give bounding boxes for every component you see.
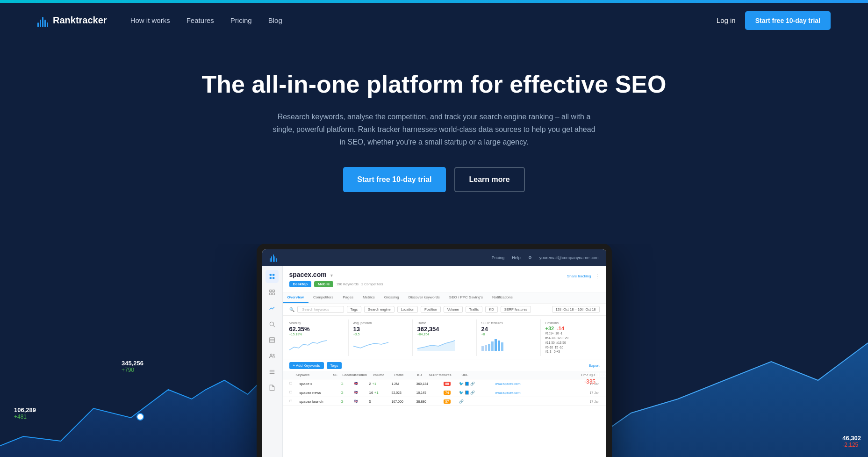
col-position: Position bbox=[354, 373, 373, 377]
svg-rect-26 bbox=[495, 339, 497, 351]
positions-values: +32 -14 bbox=[545, 326, 600, 331]
keywords-table-header: Keyword SE Location Position Volume Traf… bbox=[283, 371, 606, 379]
col-traffic: Traffic bbox=[394, 373, 417, 377]
dash-user-email[interactable]: youremail@companyname.com bbox=[539, 255, 599, 260]
row-checkbox-2[interactable]: ☐ bbox=[289, 391, 296, 394]
filter-search-engine[interactable]: Search engine bbox=[364, 306, 394, 313]
metric-serp-label: SERP features bbox=[481, 321, 536, 325]
data-label-far-right: 46,302 -2,125 bbox=[842, 435, 861, 448]
start-trial-button-nav[interactable]: Start free 10-day trial bbox=[745, 11, 831, 30]
filter-tags[interactable]: Tags bbox=[347, 306, 362, 313]
metric-traffic-label: Traffic bbox=[417, 321, 472, 325]
sidebar-icon-grid[interactable] bbox=[265, 286, 279, 299]
tab-metrics[interactable]: Metrics bbox=[358, 292, 380, 303]
col-se: SE bbox=[333, 373, 343, 377]
sidebar-icon-table[interactable] bbox=[265, 334, 279, 347]
nav-link-features[interactable]: Features bbox=[187, 16, 214, 24]
logo[interactable]: Ranktracker bbox=[37, 14, 107, 27]
volume-1: 1.2M bbox=[392, 382, 413, 385]
keyword-search[interactable]: Search keywords bbox=[297, 306, 344, 313]
dashboard-header: spacex.com ▾ Share tracking ⋮ Desktop bbox=[283, 266, 606, 292]
tab-discover-keywords[interactable]: Discover keywords bbox=[404, 292, 445, 303]
date-range[interactable]: 12th Oct 18 – 16th Oct 18 bbox=[552, 306, 600, 313]
url-2[interactable]: www.spacex.com bbox=[495, 391, 586, 394]
metrics-row: Visibility 62.35% +15.13% bbox=[283, 316, 606, 360]
svg-rect-27 bbox=[498, 341, 500, 351]
svg-rect-8 bbox=[270, 290, 272, 292]
positions-up: +32 bbox=[545, 326, 554, 331]
dashboard-domain[interactable]: spacex.com ▾ bbox=[289, 271, 333, 278]
filter-volume[interactable]: Volume bbox=[444, 306, 463, 313]
svg-rect-11 bbox=[273, 293, 274, 295]
laptop-container: Pricing Help ⚙ youremail@companyname.com bbox=[257, 244, 612, 457]
start-trial-button-hero[interactable]: Start free 10-day trial bbox=[343, 167, 445, 192]
tab-seo-ppc[interactable]: SEO / PPC Saving's bbox=[445, 292, 488, 303]
tab-grossing[interactable]: Grossing bbox=[380, 292, 404, 303]
filter-traffic[interactable]: Traffic bbox=[466, 306, 482, 313]
serp-icons-3: 🔗 bbox=[459, 399, 492, 404]
more-options-icon[interactable]: ⋮ bbox=[595, 274, 600, 279]
dashboard-header-top: spacex.com ▾ Share tracking ⋮ bbox=[289, 271, 600, 281]
nav-right: Log in Start free 10-day trial bbox=[717, 11, 831, 30]
traffic-chart bbox=[417, 337, 472, 351]
sidebar-icon-chart[interactable] bbox=[265, 302, 279, 315]
row-checkbox-3[interactable]: ☐ bbox=[289, 399, 296, 403]
svg-rect-4 bbox=[270, 274, 272, 276]
nav-link-blog[interactable]: Blog bbox=[268, 16, 282, 24]
tab-competitors[interactable]: Competitors bbox=[308, 292, 338, 303]
dashboard-nav-right: Pricing Help ⚙ youremail@companyname.com bbox=[492, 255, 599, 260]
dash-help[interactable]: Help bbox=[512, 255, 521, 260]
tab-overview[interactable]: Overview bbox=[283, 292, 309, 303]
logo-text: Ranktracker bbox=[53, 15, 107, 26]
tab-desktop[interactable]: Desktop bbox=[289, 281, 312, 287]
keyword-3: spacex launch bbox=[300, 399, 337, 404]
filter-kd[interactable]: KD bbox=[485, 306, 497, 313]
sidebar-icon-users[interactable] bbox=[265, 349, 279, 363]
keyword-row-3[interactable]: ☐ spacex launch G 🇬🇧 5 167,000 38,880 57 bbox=[283, 397, 606, 406]
filter-location[interactable]: Location bbox=[397, 306, 418, 313]
metric-serp-features: SERP features 24 +8 bbox=[481, 319, 536, 356]
tab-pages[interactable]: Pages bbox=[338, 292, 358, 303]
svg-rect-23 bbox=[485, 345, 487, 351]
traffic-2: 10,145 bbox=[416, 391, 440, 394]
position-1: 2 +1 bbox=[369, 382, 388, 386]
dash-user-icon: ⚙ bbox=[528, 255, 532, 260]
sidebar-icon-search[interactable] bbox=[265, 318, 279, 331]
sidebar-icon-home[interactable] bbox=[265, 270, 279, 283]
tab-notifications[interactable]: Notifications bbox=[488, 292, 517, 303]
hero-section: The all-in-one platform for effective SE… bbox=[0, 38, 868, 244]
data-label-right: 248,302 -335 bbox=[584, 371, 606, 385]
keywords-actions: + Add Keywords Tags Export bbox=[283, 360, 606, 371]
learn-more-button[interactable]: Learn more bbox=[454, 167, 525, 192]
filter-position[interactable]: Position bbox=[421, 306, 441, 313]
data-label-far-left: 106,289 +481 bbox=[14, 406, 36, 420]
visibility-chart bbox=[289, 337, 344, 351]
volume-2: 52,023 bbox=[392, 391, 413, 394]
login-button[interactable]: Log in bbox=[717, 16, 736, 24]
share-tracking-link[interactable]: Share tracking bbox=[567, 274, 591, 278]
hero-buttons: Start free 10-day trial Learn more bbox=[9, 167, 859, 192]
dash-pricing[interactable]: Pricing bbox=[492, 255, 505, 260]
svg-point-12 bbox=[270, 322, 273, 326]
nav-link-how-it-works[interactable]: How it works bbox=[130, 16, 170, 24]
position-3: 5 bbox=[369, 399, 388, 404]
url-1[interactable]: www.spacex.com bbox=[495, 382, 586, 385]
logo-icon bbox=[37, 14, 48, 27]
nav-link-pricing[interactable]: Pricing bbox=[230, 16, 252, 24]
add-keywords-button[interactable]: + Add Keywords bbox=[289, 362, 324, 369]
keyword-row-2[interactable]: ☐ spacex news G 🇬🇧 16 +1 52,023 10,145 7… bbox=[283, 388, 606, 397]
keyword-row-1[interactable]: ☐ space x G 🇬🇧 2 +1 1.2M 360,124 88 bbox=[283, 379, 606, 388]
domain-chevron-icon: ▾ bbox=[330, 273, 333, 278]
svg-rect-10 bbox=[270, 293, 272, 295]
sidebar-icon-file[interactable] bbox=[265, 381, 279, 394]
row-checkbox-1[interactable]: ☐ bbox=[289, 382, 296, 385]
export-button[interactable]: Export bbox=[588, 363, 599, 368]
avg-position-chart bbox=[353, 337, 408, 351]
tags-button[interactable]: Tags bbox=[327, 362, 342, 369]
tab-mobile[interactable]: Mobile bbox=[314, 281, 333, 287]
filter-serp[interactable]: SERP features bbox=[501, 306, 531, 313]
sidebar-icon-list[interactable] bbox=[265, 365, 279, 378]
metric-traffic-value: 362,354 bbox=[417, 326, 472, 333]
keywords-count: 190 Keywords bbox=[336, 282, 359, 286]
navbar: Ranktracker How it works Features Pricin… bbox=[0, 3, 868, 38]
